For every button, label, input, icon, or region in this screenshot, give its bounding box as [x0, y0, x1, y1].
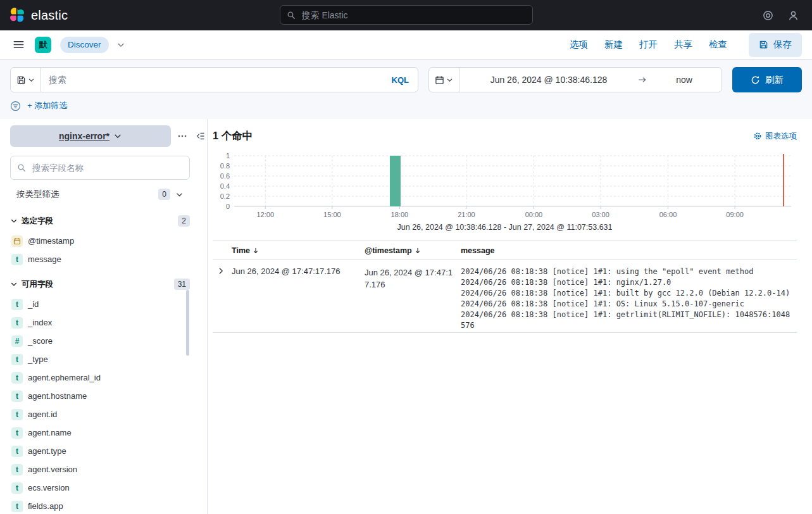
chevron-down-icon — [28, 77, 35, 84]
header-actions — [758, 5, 803, 25]
refresh-icon — [751, 75, 760, 85]
chevron-down-icon — [446, 77, 453, 84]
space-badge[interactable]: 默 — [35, 37, 51, 53]
options-link[interactable]: 选项 — [570, 39, 588, 51]
sort-desc-icon — [414, 247, 422, 254]
refresh-button[interactable]: 刷新 — [732, 67, 802, 92]
column-header-time[interactable]: Time — [232, 246, 365, 255]
field-item[interactable]: t agent.version — [10, 460, 190, 479]
index-pattern-switcher[interactable]: nginx-error* — [10, 125, 171, 147]
discover-main: 1 个命中 图表选项 00.20.40.60.8112:0015:0018:00… — [208, 119, 812, 514]
sort-desc-icon — [252, 247, 259, 254]
selected-fields-header[interactable]: 选定字段 2 — [10, 215, 190, 227]
save-button[interactable]: 保存 — [749, 33, 802, 57]
field-item[interactable]: t agent.hostname — [10, 387, 190, 405]
filter-icon — [10, 101, 21, 111]
gear-icon — [753, 132, 762, 141]
table-header-row: Time @timestamp message — [213, 241, 797, 260]
selected-fields-label: 选定字段 — [22, 216, 53, 227]
field-item[interactable]: t agent.type — [10, 442, 190, 460]
string-field-icon: t — [11, 254, 23, 265]
string-field-icon: t — [11, 482, 23, 494]
deployment-button[interactable] — [758, 5, 778, 25]
chevron-down-icon — [10, 217, 18, 225]
column-header-message[interactable]: message — [461, 246, 797, 255]
new-link[interactable]: 新建 — [604, 39, 623, 51]
breadcrumb-caret-button[interactable] — [115, 39, 127, 51]
chevron-right-icon — [216, 266, 225, 275]
svg-text:06:00: 06:00 — [659, 211, 677, 218]
query-language-button[interactable]: KQL — [383, 75, 418, 85]
chart-options-link[interactable]: 图表选项 — [753, 131, 797, 142]
app-toolbar: 默 Discover 选项 新建 打开 共享 检查 保存 — [0, 30, 812, 60]
ellipsis-icon — [177, 131, 187, 141]
filter-menu-button[interactable] — [10, 101, 21, 111]
available-fields-label: 可用字段 — [22, 279, 53, 290]
share-link[interactable]: 共享 — [674, 39, 692, 51]
chevron-down-icon — [175, 191, 184, 199]
filter-by-type-button[interactable]: 按类型筛选 0 — [10, 184, 190, 205]
arrow-right-icon — [638, 75, 647, 84]
sidebar-scrollbar[interactable] — [186, 290, 189, 356]
content: nginx-error* — [0, 119, 812, 514]
field-search[interactable] — [10, 156, 190, 180]
column-header-timestamp[interactable]: @timestamp — [365, 246, 461, 255]
svg-text:0.4: 0.4 — [220, 182, 230, 190]
field-item[interactable]: t _id — [10, 295, 190, 313]
quick-select-menu-button[interactable] — [429, 68, 459, 92]
user-menu-button[interactable] — [783, 5, 803, 25]
query-input[interactable] — [41, 75, 383, 85]
svg-text:18:00: 18:00 — [391, 211, 409, 218]
field-item[interactable]: @timestamp — [10, 232, 190, 250]
string-field-icon: t — [11, 409, 23, 420]
filter-by-type-label: 按类型筛选 — [16, 189, 59, 200]
svg-text:1: 1 — [226, 152, 230, 160]
collapse-sidebar-button[interactable] — [194, 130, 206, 142]
field-item[interactable]: t agent.id — [10, 405, 190, 423]
available-fields-section: 可用字段 31 t _id t _index # _score t — [10, 279, 190, 514]
field-item[interactable]: t fields.app — [10, 497, 190, 514]
collapse-sidebar-icon — [195, 131, 205, 141]
field-item[interactable]: t agent.ephemeral_id — [10, 368, 190, 387]
global-search-input[interactable] — [301, 9, 526, 21]
index-pattern-label: nginx-error* — [59, 131, 109, 141]
string-field-icon: t — [11, 446, 23, 457]
menu-button[interactable] — [10, 36, 27, 53]
table-row: Jun 26, 2024 @ 17:47:17.176 Jun 26, 2024… — [213, 260, 797, 333]
elastic-home-link[interactable]: elastic — [9, 7, 68, 23]
expand-row-button[interactable] — [216, 266, 225, 275]
chevron-down-icon — [10, 280, 18, 288]
svg-text:03:00: 03:00 — [592, 211, 609, 218]
open-link[interactable]: 打开 — [639, 39, 658, 51]
chevron-down-icon — [113, 132, 122, 141]
field-item[interactable]: t message — [10, 250, 190, 268]
string-field-icon: t — [11, 354, 23, 365]
string-field-icon: t — [11, 391, 23, 402]
available-fields-count: 31 — [174, 279, 190, 290]
field-item[interactable]: t _type — [10, 350, 190, 368]
chart-options-label: 图表选项 — [765, 131, 797, 142]
available-fields-header[interactable]: 可用字段 31 — [10, 279, 190, 290]
field-search-input[interactable] — [31, 163, 183, 173]
field-item[interactable]: t ecs.version — [10, 479, 190, 497]
save-button-label: 保存 — [773, 39, 792, 51]
inspect-link[interactable]: 检查 — [709, 39, 727, 51]
histogram-chart[interactable]: 00.20.40.60.8112:0015:0018:0021:0000:000… — [213, 152, 797, 219]
selected-fields-section: 选定字段 2 @timestamp t message — [10, 215, 190, 268]
field-item[interactable]: # _score — [10, 332, 190, 350]
documents-table: Time @timestamp message — [213, 241, 797, 333]
field-item[interactable]: t agent.name — [10, 423, 190, 442]
index-pattern-options-button[interactable] — [176, 130, 189, 142]
global-search[interactable] — [280, 5, 533, 25]
start-date-button[interactable]: Jun 26, 2024 @ 10:38:46.128 — [459, 74, 638, 85]
svg-text:0.8: 0.8 — [220, 162, 230, 170]
field-item[interactable]: t _index — [10, 313, 190, 332]
save-icon — [759, 40, 768, 49]
brand-name: elastic — [31, 8, 68, 23]
date-picker-control: Jun 26, 2024 @ 10:38:46.128 now — [428, 67, 722, 92]
breadcrumb[interactable]: Discover — [60, 37, 109, 53]
user-icon — [788, 10, 799, 21]
add-filter-link[interactable]: + 添加筛选 — [27, 100, 67, 111]
end-date-button[interactable]: now — [647, 74, 721, 85]
saved-query-menu-button[interactable] — [11, 68, 41, 92]
